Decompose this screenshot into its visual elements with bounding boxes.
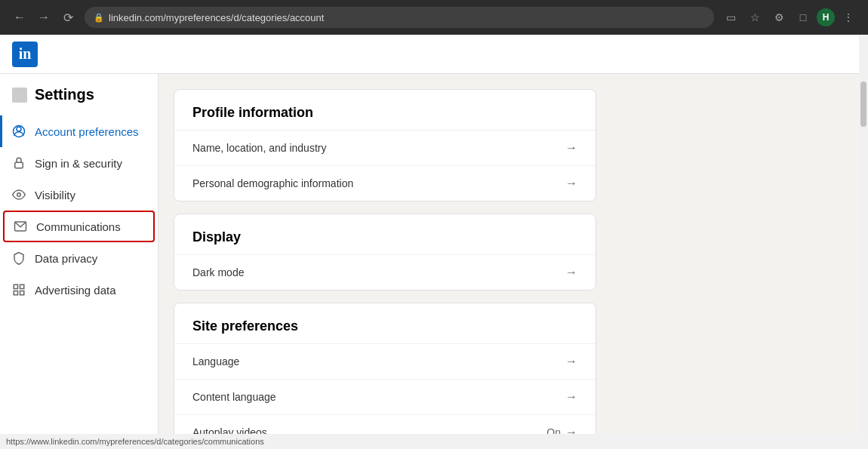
content-area: Settings Account preferences (0, 74, 868, 434)
settings-title-area: Settings (0, 86, 158, 115)
profile-badge[interactable]: H (817, 8, 835, 26)
eye-icon (12, 188, 26, 201)
back-button[interactable]: ← (9, 7, 30, 28)
scrollbar-thumb[interactable] (860, 81, 866, 127)
autoplay-videos-right: On → (546, 426, 577, 434)
app-container: in Settings Ac (0, 35, 868, 449)
forward-button[interactable]: → (33, 7, 54, 28)
demographic-item[interactable]: Personal demographic information → (174, 165, 596, 201)
name-location-arrow-area: → (565, 141, 577, 155)
grid-icon (12, 283, 26, 297)
bookmark-button[interactable]: ☆ (744, 7, 765, 28)
svg-rect-8 (20, 291, 24, 295)
svg-rect-6 (20, 284, 24, 288)
dark-mode-item[interactable]: Dark mode → (174, 254, 596, 290)
autoplay-videos-arrow: → (565, 426, 577, 434)
svg-rect-2 (15, 162, 23, 168)
scrollbar-top-area (859, 35, 868, 74)
settings-title: Settings (35, 86, 94, 103)
autoplay-videos-label: Autoplay videos (192, 426, 267, 434)
browser-nav-buttons: ← → ⟳ (9, 7, 78, 28)
scrollbar[interactable] (859, 74, 868, 434)
url-text: linkedin.com/mypreferences/d/categories/… (109, 12, 324, 23)
sidebar-item-label-communications: Communications (36, 220, 121, 233)
name-location-label: Name, location, and industry (192, 142, 326, 154)
shield-icon (12, 251, 26, 265)
content-language-arrow: → (565, 390, 577, 404)
display-card: Display Dark mode → (174, 214, 596, 291)
lock-icon: 🔒 (94, 13, 104, 23)
dark-mode-label: Dark mode (192, 266, 244, 278)
sidebar-item-communications[interactable]: Communications (3, 211, 155, 242)
browser-actions: ▭ ☆ ⚙ □ H ⋮ (720, 7, 859, 28)
svg-point-0 (17, 127, 21, 131)
sidebar-item-advertising-data[interactable]: Advertising data (0, 274, 158, 306)
profile-information-title: Profile information (174, 90, 596, 130)
svg-rect-5 (14, 284, 17, 288)
content-language-arrow-area: → (565, 390, 577, 404)
name-location-item[interactable]: Name, location, and industry → (174, 130, 596, 165)
menu-button[interactable]: ⋮ (838, 7, 859, 28)
name-location-arrow: → (565, 141, 577, 155)
sidebar-item-label-visibility: Visibility (35, 189, 75, 201)
envelope-icon (14, 220, 27, 233)
sidebar: Settings Account preferences (0, 74, 159, 434)
sidebar-item-data-privacy[interactable]: Data privacy (0, 242, 158, 274)
content-language-label: Content language (192, 391, 276, 403)
extensions-button[interactable]: ⚙ (768, 7, 790, 28)
display-title: Display (174, 214, 596, 254)
linkedin-logo[interactable]: in (12, 42, 38, 67)
reload-button[interactable]: ⟳ (57, 7, 78, 28)
status-url: https://www.linkedin.com/mypreferences/d… (6, 437, 264, 446)
content-language-item[interactable]: Content language → (174, 379, 596, 414)
site-preferences-title: Site preferences (174, 303, 596, 343)
sidebar-item-account-preferences[interactable]: Account preferences (0, 115, 158, 147)
lock-icon (12, 156, 26, 170)
svg-point-3 (17, 193, 21, 197)
address-bar[interactable]: 🔒 linkedin.com/mypreferences/d/categorie… (85, 7, 714, 28)
autoplay-videos-value: On (546, 426, 561, 434)
demographic-label: Personal demographic information (192, 177, 353, 189)
browser-chrome: ← → ⟳ 🔒 linkedin.com/mypreferences/d/cat… (0, 0, 868, 35)
sidebar-item-sign-in-security[interactable]: Sign in & security (0, 147, 158, 179)
dark-mode-arrow-area: → (565, 266, 577, 279)
svg-rect-7 (14, 291, 17, 295)
settings-icon (12, 88, 27, 103)
dark-mode-arrow: → (565, 266, 577, 279)
profile-information-card: Profile information Name, location, and … (174, 89, 596, 201)
demographic-arrow: → (565, 177, 577, 190)
linkedin-header: in (0, 35, 868, 74)
sidebar-item-label-account: Account preferences (35, 125, 139, 138)
site-preferences-card: Site preferences Language → Content lang… (174, 303, 596, 434)
language-label: Language (192, 355, 239, 368)
demographic-arrow-area: → (565, 177, 577, 190)
sidebar-item-label-data-privacy: Data privacy (35, 252, 97, 265)
status-bar: https://www.linkedin.com/mypreferences/d… (0, 434, 868, 449)
main-content: Profile information Name, location, and … (159, 74, 859, 434)
language-arrow-area: → (565, 355, 577, 368)
language-item[interactable]: Language → (174, 343, 596, 379)
language-arrow: → (565, 355, 577, 368)
person-circle-icon (12, 125, 26, 138)
sidebar-nav: Account preferences Sign in & security (0, 115, 158, 306)
cast-button[interactable]: ▭ (720, 7, 741, 28)
sidebar-item-label-security: Sign in & security (35, 157, 122, 170)
sidebar-item-label-advertising: Advertising data (35, 284, 116, 297)
tab-button[interactable]: □ (793, 7, 814, 28)
sidebar-item-visibility[interactable]: Visibility (0, 179, 158, 211)
autoplay-videos-item[interactable]: Autoplay videos On → (174, 414, 596, 434)
